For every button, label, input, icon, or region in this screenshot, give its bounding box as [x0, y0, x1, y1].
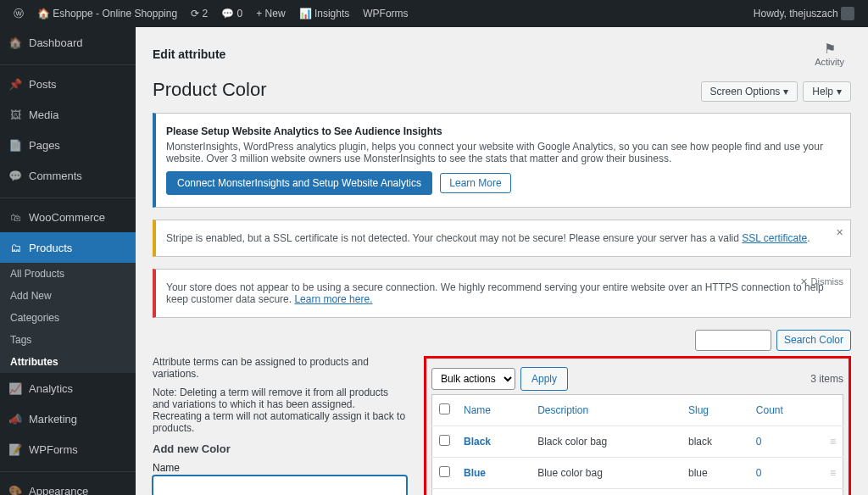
select-all-top[interactable] — [439, 403, 450, 414]
submenu-categories[interactable]: Categories — [0, 307, 136, 329]
activity-link[interactable]: ⚑Activity — [808, 37, 851, 70]
name-label: Name — [153, 462, 407, 474]
term-name-link[interactable]: Black — [464, 436, 491, 448]
products-submenu: All Products Add New Categories Tags Att… — [0, 263, 136, 373]
analytics-icon: 📈 — [7, 380, 24, 397]
plus-icon: + — [256, 8, 262, 19]
ssl-cert-link[interactable]: SSL certificate — [742, 232, 807, 244]
site-name[interactable]: 🏠 Eshoppe - Online Shopping — [31, 0, 184, 27]
drag-handle-icon[interactable]: ≡ — [823, 489, 843, 496]
col-description[interactable]: Description — [531, 395, 682, 426]
terms-table-highlight: Bulk actions Apply 3 items Name Descript… — [424, 356, 851, 495]
submenu-attributes[interactable]: Attributes — [0, 351, 136, 373]
admin-bar: ⓦ 🏠 Eshoppe - Online Shopping ⟳ 2 💬 0 + … — [0, 0, 868, 27]
https-learn-link[interactable]: Learn more here. — [294, 293, 372, 305]
drag-handle-icon[interactable]: ≡ — [823, 426, 843, 458]
submenu-all-products[interactable]: All Products — [0, 263, 136, 285]
admin-sidebar: 🏠Dashboard 📌Posts 🖼Media 📄Pages 💬Comment… — [0, 27, 136, 495]
close-icon[interactable]: ✕ — [836, 227, 843, 238]
term-slug: red — [682, 489, 749, 496]
term-name-link[interactable]: Blue — [464, 467, 486, 479]
col-name[interactable]: Name — [457, 395, 531, 426]
help-button[interactable]: Help▾ — [803, 81, 851, 102]
flag-icon: ⚑ — [815, 41, 844, 57]
mi-body: MonsterInsights, WordPress analytics plu… — [166, 141, 840, 164]
updates[interactable]: ⟳ 2 — [184, 0, 214, 27]
submenu-add-new[interactable]: Add New — [0, 285, 136, 307]
page-title: Product Color — [153, 79, 267, 101]
search-input[interactable] — [695, 330, 771, 351]
term-description: Blue color bag — [531, 458, 682, 489]
home-icon: 🏠 — [37, 8, 50, 19]
term-slug: black — [682, 426, 749, 458]
wordpress-icon: ⓦ — [14, 7, 24, 21]
search-button[interactable]: Search Color — [776, 330, 851, 351]
comments-count[interactable]: 💬 0 — [214, 0, 249, 27]
term-description: Red Color Bag — [531, 489, 682, 496]
new-content[interactable]: + New — [249, 0, 292, 27]
products-icon: 🗂 — [7, 239, 24, 256]
dismiss-button[interactable]: ✕ Dismiss — [800, 276, 843, 287]
term-count-link[interactable]: 0 — [756, 467, 762, 479]
name-input[interactable] — [153, 476, 407, 495]
screen-options-button[interactable]: Screen Options▾ — [701, 81, 798, 102]
term-count-link[interactable]: 0 — [756, 436, 762, 448]
col-slug[interactable]: Slug — [682, 395, 749, 426]
drag-handle-icon[interactable]: ≡ — [823, 458, 843, 489]
chevron-down-icon: ▾ — [783, 86, 788, 97]
table-row: BlackBlack color bagblack0≡ — [432, 426, 843, 458]
notice-https: ✕ Dismiss Your store does not appear to … — [153, 269, 851, 318]
bar-wpforms[interactable]: WPForms — [356, 0, 415, 27]
megaphone-icon: 📣 — [7, 410, 24, 427]
term-slug: blue — [682, 458, 749, 489]
menu-appearance[interactable]: 🎨Appearance — [0, 476, 136, 495]
menu-pages[interactable]: 📄Pages — [0, 130, 136, 160]
chart-icon: 📊 — [299, 8, 312, 19]
main-content: Edit attribute ⚑Activity Product Color S… — [136, 27, 868, 495]
avatar-icon — [841, 7, 854, 20]
comment-icon: 💬 — [7, 167, 24, 184]
apply-button-top[interactable]: Apply — [520, 367, 568, 391]
row-checkbox[interactable] — [439, 435, 450, 446]
mi-connect-button[interactable]: Connect MonsterInsights and Setup Websit… — [166, 171, 432, 195]
col-count[interactable]: Count — [749, 395, 823, 426]
menu-wpforms[interactable]: 📝WPForms — [0, 434, 136, 464]
menu-dashboard[interactable]: 🏠Dashboard — [0, 27, 136, 58]
woo-icon: 🛍 — [7, 209, 24, 225]
brush-icon: 🎨 — [7, 482, 24, 495]
terms-table: Name Description Slug Count BlackBlack c… — [431, 394, 843, 495]
mi-title: Please Setup Website Analytics to See Au… — [166, 125, 442, 137]
dashboard-icon: 🏠 — [7, 34, 24, 51]
table-row: RedRed Color Bagred0≡ — [432, 489, 843, 496]
comment-icon: 💬 — [221, 8, 234, 19]
row-checkbox[interactable] — [439, 466, 450, 477]
intro-text-1: Attribute terms can be assigned to produ… — [153, 356, 407, 380]
add-new-heading: Add new Color — [153, 442, 407, 455]
pin-icon: 📌 — [7, 75, 24, 92]
menu-comments[interactable]: 💬Comments — [0, 160, 136, 191]
update-icon: ⟳ — [191, 8, 199, 19]
bulk-actions-top[interactable]: Bulk actions — [431, 368, 515, 390]
menu-posts[interactable]: 📌Posts — [0, 69, 136, 99]
media-icon: 🖼 — [7, 106, 24, 123]
notice-monsterinsights: Please Setup Website Analytics to See Au… — [153, 113, 851, 208]
intro-text-2: Note: Deleting a term will remove it fro… — [153, 387, 407, 434]
submenu-tags[interactable]: Tags — [0, 329, 136, 351]
table-row: BlueBlue color bagblue0≡ — [432, 458, 843, 489]
wp-logo[interactable]: ⓦ — [7, 0, 31, 27]
menu-media[interactable]: 🖼Media — [0, 99, 136, 130]
notice-stripe: ✕ Stripe is enabled, but a SSL certifica… — [153, 220, 851, 257]
items-count-top: 3 items — [810, 373, 843, 385]
menu-products[interactable]: 🗂Products — [0, 232, 136, 263]
menu-woocommerce[interactable]: 🛍WooCommerce — [0, 202, 136, 232]
bar-insights[interactable]: 📊 Insights — [292, 0, 357, 27]
chevron-down-icon: ▾ — [837, 86, 842, 97]
edit-attribute-heading: Edit attribute — [153, 47, 225, 61]
mi-learn-button[interactable]: Learn More — [440, 173, 510, 193]
menu-marketing[interactable]: 📣Marketing — [0, 403, 136, 434]
howdy[interactable]: Howdy, thejuszach — [747, 0, 861, 27]
form-icon: 📝 — [7, 441, 24, 458]
menu-analytics[interactable]: 📈Analytics — [0, 373, 136, 403]
term-description: Black color bag — [531, 426, 682, 458]
page-icon: 📄 — [7, 136, 24, 153]
